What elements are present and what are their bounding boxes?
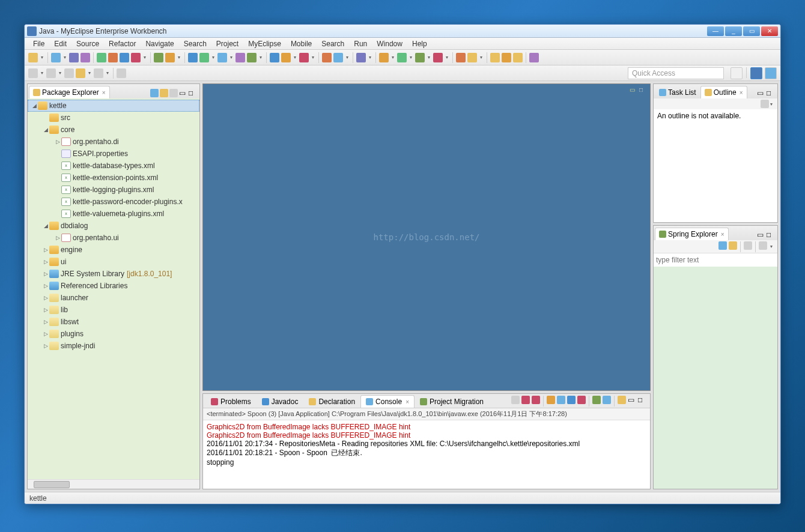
- close-icon[interactable]: ×: [740, 89, 743, 96]
- search-icon[interactable]: [513, 53, 523, 62]
- spring-tree[interactable]: [654, 267, 777, 489]
- nav-fwd-icon[interactable]: [94, 68, 103, 78]
- dropdown-icon[interactable]: ▾: [58, 70, 62, 76]
- display-console-icon[interactable]: [603, 396, 611, 404]
- tree-ui[interactable]: ▷ui: [28, 256, 199, 268]
- tab-declaration[interactable]: Declaration: [303, 395, 360, 408]
- expand-icon[interactable]: ▷: [42, 283, 49, 289]
- minimize-button[interactable]: —: [707, 26, 724, 36]
- dropdown-icon[interactable]: ▾: [390, 55, 395, 60]
- show-stdout-icon[interactable]: [567, 396, 576, 404]
- expand-icon[interactable]: ▷: [42, 307, 49, 313]
- scroll-lock-icon[interactable]: [557, 396, 565, 404]
- link-editor-icon[interactable]: [160, 89, 168, 97]
- view-menu-icon[interactable]: [169, 89, 178, 97]
- minimize-view-icon[interactable]: ▭: [757, 231, 765, 239]
- tree-esapi[interactable]: ESAPI.properties: [28, 148, 199, 160]
- cloud-icon[interactable]: [235, 53, 245, 62]
- wrench-icon[interactable]: [120, 53, 129, 62]
- collapse-icon[interactable]: ◢: [42, 223, 49, 229]
- collapse-all-icon[interactable]: [150, 89, 159, 97]
- close-button[interactable]: ✕: [761, 26, 778, 36]
- menu-project[interactable]: Project: [213, 38, 242, 49]
- expand-icon[interactable]: ▷: [42, 331, 49, 337]
- dropdown-icon[interactable]: ▾: [40, 70, 44, 76]
- filter-icon[interactable]: [744, 241, 752, 250]
- menu-refactor[interactable]: Refactor: [105, 38, 139, 49]
- browser-icon[interactable]: [281, 53, 291, 62]
- back-icon[interactable]: [64, 68, 74, 78]
- open-perspective-button[interactable]: [731, 67, 743, 79]
- minimize-editor-icon[interactable]: ▭: [630, 86, 637, 94]
- debug-config-icon[interactable]: [379, 53, 389, 62]
- menu-mobile[interactable]: Mobile: [287, 38, 315, 49]
- tree-dbdialog[interactable]: ◢dbdialog: [28, 220, 199, 232]
- debug-icon[interactable]: [415, 53, 425, 62]
- expand-icon[interactable]: ▷: [42, 343, 49, 349]
- dropdown-icon[interactable]: ▾: [445, 55, 449, 60]
- coverage-icon[interactable]: [433, 53, 443, 62]
- dropdown-icon[interactable]: ▾: [769, 241, 774, 252]
- tree-xml5[interactable]: xkettle-valuemeta-plugins.xml: [28, 208, 199, 220]
- dropdown-icon[interactable]: ▾: [229, 55, 234, 60]
- tree-src[interactable]: src: [28, 112, 199, 124]
- save-all-icon[interactable]: [69, 53, 79, 62]
- menu-source[interactable]: Source: [73, 38, 103, 49]
- minimize-view-icon[interactable]: ▭: [179, 89, 187, 97]
- tree-dbdialog-pkg[interactable]: ▷org.pentaho.ui: [28, 232, 199, 244]
- print-icon[interactable]: [80, 53, 90, 62]
- terminate-icon[interactable]: [511, 396, 520, 404]
- dropdown-icon[interactable]: ▾: [258, 55, 263, 60]
- folder2-icon[interactable]: [502, 53, 511, 62]
- expand-icon[interactable]: ▷: [42, 295, 49, 301]
- link-icon[interactable]: [299, 53, 309, 62]
- tree-xml2[interactable]: xkettle-extension-points.xml: [28, 172, 199, 184]
- collapse-icon[interactable]: ◢: [31, 103, 38, 109]
- tree-jre[interactable]: ▷JRE System Library[jdk1.8.0_101]: [28, 268, 199, 280]
- tab-problems[interactable]: Problems: [205, 395, 257, 408]
- sort-icon[interactable]: [759, 241, 767, 250]
- tree-lib[interactable]: ▷lib: [28, 304, 199, 316]
- tree-engine[interactable]: ▷engine: [28, 244, 199, 256]
- maximize-view-icon[interactable]: □: [767, 89, 775, 97]
- nav-back-icon[interactable]: [76, 68, 85, 78]
- expand-icon[interactable]: ▷: [42, 247, 49, 253]
- maximize-view-icon[interactable]: □: [189, 89, 197, 97]
- maximize-view-icon[interactable]: □: [638, 396, 646, 404]
- tab-javadoc[interactable]: Javadoc: [257, 395, 304, 408]
- package-tree[interactable]: ◢kettle src ◢core ▷org.pentaho.di ESAPI.…: [28, 98, 199, 479]
- save-icon[interactable]: [51, 53, 61, 62]
- dropdown-icon[interactable]: ▾: [105, 70, 110, 76]
- menu-search2[interactable]: Search: [318, 38, 348, 49]
- minimize-view-icon[interactable]: ▭: [628, 396, 636, 404]
- dropdown-icon[interactable]: ▾: [177, 55, 181, 60]
- new-class-icon[interactable]: [456, 53, 466, 62]
- open-console-icon[interactable]: [618, 396, 626, 404]
- web-icon[interactable]: [247, 53, 257, 62]
- folder1-icon[interactable]: [490, 53, 500, 62]
- tree-libswt[interactable]: ▷libswt: [28, 316, 199, 328]
- show-stderr-icon[interactable]: [577, 396, 586, 404]
- dropdown-icon[interactable]: ▾: [368, 55, 372, 60]
- server-icon[interactable]: [199, 53, 209, 62]
- collapse-all-icon[interactable]: [718, 241, 727, 250]
- menu-navigate[interactable]: Navigate: [142, 38, 177, 49]
- close-icon[interactable]: ×: [406, 399, 409, 405]
- editor-area[interactable]: ▭ □ http://blog.csdn.net/: [202, 83, 651, 391]
- remove-all-icon[interactable]: [532, 396, 540, 404]
- star-icon[interactable]: [165, 53, 175, 62]
- tree-project[interactable]: ◢kettle: [28, 100, 199, 112]
- tab-project-migration[interactable]: Project Migration: [415, 395, 489, 408]
- quick-access-input[interactable]: Quick Access: [628, 67, 724, 79]
- tab-console[interactable]: Console×: [360, 395, 415, 408]
- lock-icon[interactable]: [322, 53, 332, 62]
- menu-window[interactable]: Window: [373, 38, 406, 49]
- menu-search[interactable]: Search: [180, 38, 210, 49]
- tree-reflib[interactable]: ▷Referenced Libraries: [28, 280, 199, 292]
- new-icon[interactable]: [28, 53, 38, 62]
- tree-plugins[interactable]: ▷plugins: [28, 328, 199, 340]
- redo-icon[interactable]: [46, 68, 56, 78]
- expand-icon[interactable]: ▷: [54, 235, 61, 241]
- spring-filter-input[interactable]: [654, 253, 777, 267]
- dropdown-icon[interactable]: ▾: [293, 55, 297, 60]
